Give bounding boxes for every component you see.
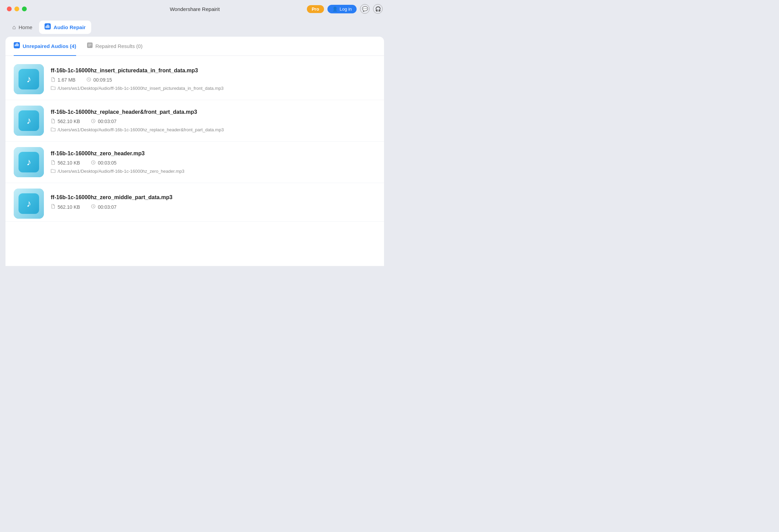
- file-name: ff-16b-1c-16000hz_replace_header&front_p…: [51, 109, 376, 115]
- file-meta: 562.10 KB 00:03:07: [51, 119, 376, 124]
- file-name: ff-16b-1c-16000hz_zero_header.mp3: [51, 150, 376, 157]
- list-item: ♪ ff-16b-1c-16000hz_replace_header&front…: [5, 100, 384, 142]
- file-info: ff-16b-1c-16000hz_insert_picturedata_in_…: [51, 68, 376, 91]
- close-button[interactable]: [7, 7, 12, 11]
- file-info: ff-16b-1c-16000hz_zero_middle_part_data.…: [51, 194, 376, 213]
- svg-rect-4: [49, 25, 49, 28]
- file-icon: [51, 77, 56, 83]
- file-thumbnail: ♪: [14, 106, 44, 136]
- svg-rect-6: [15, 45, 15, 46]
- file-meta: 1.67 MB 00:09:15: [51, 77, 376, 83]
- tab-unrepaired[interactable]: Unrepaired Audios (4): [14, 37, 76, 56]
- music-icon: ♪: [19, 69, 39, 89]
- clock-icon: [91, 204, 96, 210]
- sidebar-item-home[interactable]: ⌂ Home: [7, 21, 38, 34]
- tab-repaired[interactable]: Repaired Results (0): [87, 37, 143, 56]
- file-size: 562.10 KB: [51, 119, 80, 124]
- minimize-button[interactable]: [14, 7, 19, 11]
- file-icon: [51, 119, 56, 124]
- app-title: Wondershare Repairit: [170, 6, 220, 12]
- chat-icon[interactable]: 💬: [360, 4, 370, 14]
- clock-icon: [86, 77, 91, 83]
- folder-icon: [51, 86, 56, 91]
- navbar: ⌂ Home Audio Repair: [0, 18, 389, 37]
- maximize-button[interactable]: [22, 7, 27, 11]
- tabs: Unrepaired Audios (4) Repaired Results (…: [5, 37, 384, 56]
- svg-rect-7: [16, 44, 16, 46]
- file-size: 1.67 MB: [51, 77, 75, 83]
- file-list: ♪ ff-16b-1c-16000hz_insert_picturedata_i…: [5, 56, 384, 266]
- file-size: 562.10 KB: [51, 160, 80, 166]
- folder-icon: [51, 169, 56, 174]
- file-thumbnail: ♪: [14, 147, 44, 177]
- sidebar-item-audio-repair[interactable]: Audio Repair: [39, 21, 91, 34]
- file-info: ff-16b-1c-16000hz_replace_header&front_p…: [51, 109, 376, 132]
- file-name: ff-16b-1c-16000hz_insert_picturedata_in_…: [51, 68, 376, 74]
- file-duration: 00:03:05: [91, 160, 117, 166]
- window-controls: [7, 7, 27, 11]
- file-icon: [51, 160, 56, 166]
- file-name: ff-16b-1c-16000hz_zero_middle_part_data.…: [51, 194, 376, 201]
- music-icon: ♪: [19, 152, 39, 172]
- clock-icon: [91, 160, 96, 166]
- login-button[interactable]: 👤 Log in: [327, 5, 357, 13]
- clock-icon: [91, 119, 96, 124]
- file-path: /Users/ws1/Desktop/Audio/ff-16b-1c-16000…: [51, 86, 376, 91]
- music-icon: ♪: [19, 110, 39, 131]
- unrepaired-tab-icon: [14, 42, 20, 50]
- main-content: Unrepaired Audios (4) Repaired Results (…: [5, 37, 384, 266]
- svg-rect-2: [47, 25, 47, 28]
- file-meta: 562.10 KB 00:03:07: [51, 204, 376, 210]
- svg-rect-3: [48, 24, 48, 28]
- music-icon: ♪: [19, 193, 39, 214]
- file-thumbnail: ♪: [14, 189, 44, 219]
- pro-badge[interactable]: Pro: [307, 5, 324, 13]
- file-meta: 562.10 KB 00:03:05: [51, 160, 376, 166]
- file-duration: 00:03:07: [91, 119, 117, 124]
- titlebar: Wondershare Repairit Pro 👤 Log in 💬 🎧: [0, 0, 389, 18]
- file-path: /Users/ws1/Desktop/Audio/ff-16b-1c-16000…: [51, 169, 376, 174]
- file-thumbnail: ♪: [14, 64, 44, 94]
- svg-rect-9: [18, 44, 19, 46]
- svg-rect-1: [46, 26, 46, 28]
- user-icon: 👤: [332, 7, 338, 12]
- headphones-icon[interactable]: 🎧: [373, 4, 383, 14]
- folder-icon: [51, 127, 56, 132]
- file-size: 562.10 KB: [51, 204, 80, 210]
- file-path: /Users/ws1/Desktop/Audio/ff-16b-1c-16000…: [51, 127, 376, 132]
- audio-repair-icon: [45, 23, 51, 31]
- repaired-tab-icon: [87, 43, 93, 49]
- file-icon: [51, 204, 56, 210]
- file-duration: 00:09:15: [86, 77, 112, 83]
- titlebar-actions: Pro 👤 Log in 💬 🎧: [307, 4, 383, 14]
- file-info: ff-16b-1c-16000hz_zero_header.mp3 562.10…: [51, 150, 376, 174]
- svg-rect-8: [17, 43, 17, 46]
- list-item: ♪ ff-16b-1c-16000hz_insert_picturedata_i…: [5, 59, 384, 100]
- home-icon: ⌂: [12, 24, 16, 31]
- list-item: ♪ ff-16b-1c-16000hz_zero_middle_part_dat…: [5, 183, 384, 222]
- file-duration: 00:03:07: [91, 204, 117, 210]
- list-item: ♪ ff-16b-1c-16000hz_zero_header.mp3 562.…: [5, 142, 384, 183]
